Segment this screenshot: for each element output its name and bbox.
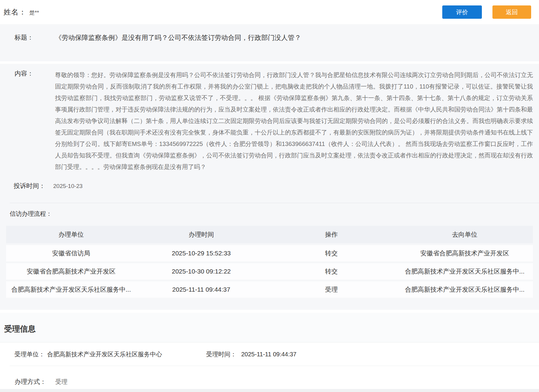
complaint-time-label: 投诉时间：: [14, 182, 45, 190]
col-header-action: 操作: [266, 230, 397, 239]
cell-unit: 安徽省信访局: [6, 249, 136, 258]
title-label: 标题：: [15, 33, 55, 61]
complaint-time-value: 2025-10-23: [53, 183, 83, 190]
cell-time: 2025-10-30 09:12:22: [136, 268, 267, 275]
method-value: 受理: [55, 378, 67, 386]
section-gap: [0, 310, 539, 313]
cell-unit: 安徽省合肥高新技术产业开发区: [6, 267, 136, 276]
name-label: 姓名：: [4, 7, 26, 17]
complaint-time-row: 投诉时间： 2025-10-23: [0, 173, 539, 190]
petition-content: 尊敬的领导：您好。劳动保障监察条例是没有用吗？公司不依法签订劳动合同，行政部门没…: [55, 69, 533, 173]
cell-action: 转交: [266, 249, 397, 258]
flow-section-label: 信访办理流程：: [0, 203, 539, 218]
name-value: 楚**: [29, 8, 39, 16]
table-row: 安徽省合肥高新技术产业开发区 2025-10-30 09:12:22 转交 合肥…: [6, 263, 533, 280]
cell-destination: 合肥高新技术产业开发区天乐社区服务中...: [397, 267, 533, 276]
table-header-row: 办理单位 办理时间 操作 去向单位: [6, 226, 533, 243]
col-header-unit: 办理单位: [6, 230, 136, 239]
method-label: 办理方式：: [15, 377, 46, 386]
cell-action: 转交: [266, 267, 397, 276]
cell-time: 2025-10-29 15:52:33: [136, 250, 267, 257]
table-row: 安徽省信访局 2025-10-29 15:52:33 转交 安徽省合肥高新技术产…: [6, 245, 533, 261]
table-row: 合肥高新技术产业开发区天乐社区服务中... 2025-11-11 09:44:3…: [6, 281, 533, 298]
acceptance-section: 受理信息 受理单位： 合肥高新技术产业开发区天乐社区服务中心 受理时间： 202…: [0, 313, 539, 392]
title-block: 标题： 《劳动保障监察条例》是没有用了吗？公司不依法签订劳动合同，行政部门没人管…: [0, 24, 539, 61]
petition-title: 《劳动保障监察条例》是没有用了吗？公司不依法签订劳动合同，行政部门没人管？: [55, 33, 301, 61]
col-header-time: 办理时间: [136, 230, 267, 239]
top-bar: 姓名： 楚** 评价 返回: [0, 0, 539, 24]
acceptance-time-value: 2025-11-11 09:44:37: [241, 351, 297, 358]
content-label: 内容：: [15, 69, 55, 173]
cell-destination: 安徽省合肥高新技术产业开发区: [397, 249, 533, 258]
cell-unit: 合肥高新技术产业开发区天乐社区服务中...: [6, 285, 136, 294]
content-block: 内容： 尊敬的领导：您好。劳动保障监察条例是没有用吗？公司不依法签订劳动合同，行…: [0, 64, 539, 173]
back-button[interactable]: 返回: [492, 5, 531, 19]
acceptance-section-title: 受理信息: [4, 324, 36, 333]
section-gap: [0, 61, 539, 64]
bottom-section-edge: [0, 389, 539, 392]
flow-table: 办理单位 办理时间 操作 去向单位 安徽省信访局 2025-10-29 15:5…: [6, 226, 533, 298]
acceptance-header: 受理信息: [0, 313, 539, 342]
detail-section: 内容： 尊敬的领导：您好。劳动保障监察条例是没有用吗？公司不依法签订劳动合同，行…: [0, 64, 539, 310]
acceptance-unit-label: 受理单位：: [15, 350, 45, 358]
cell-action: 受理: [266, 285, 397, 294]
col-header-destination: 去向单位: [397, 230, 533, 239]
evaluate-button[interactable]: 评价: [442, 5, 482, 19]
cell-time: 2025-11-11 09:44:37: [136, 286, 267, 293]
acceptance-unit-value: 合肥高新技术产业开发区天乐社区服务中心: [47, 350, 162, 358]
cell-destination: 合肥高新技术产业开发区天乐社区服务中...: [397, 285, 533, 294]
acceptance-time-label: 受理时间：: [206, 350, 236, 358]
method-row: 办理方式： 受理: [0, 366, 539, 386]
acceptance-unit-row: 受理单位： 合肥高新技术产业开发区天乐社区服务中心 受理时间： 2025-11-…: [0, 342, 539, 366]
